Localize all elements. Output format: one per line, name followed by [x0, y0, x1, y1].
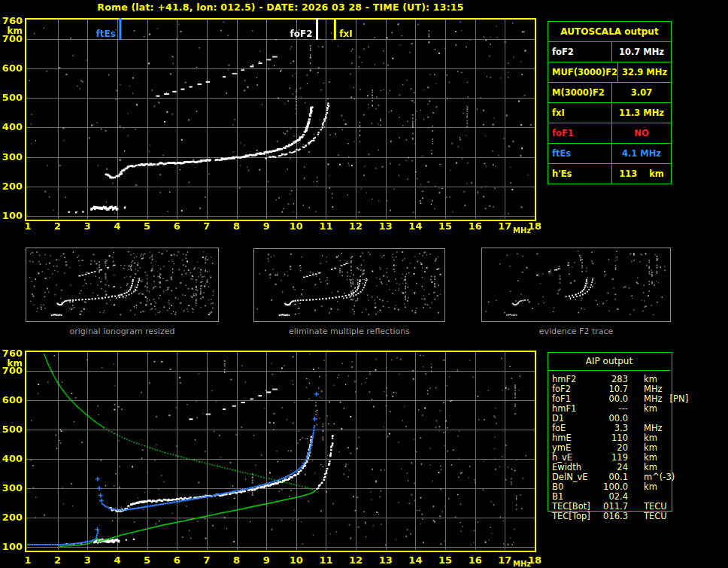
x-axis-tick-1: 1	[19, 221, 37, 232]
y-axis-tick-760: 760	[0, 16, 23, 26]
y-axis-tick-300: 300	[0, 152, 23, 163]
x-axis-tick-7: 7	[198, 221, 216, 232]
aip-header-divider	[548, 370, 670, 371]
thumbnail-caption-eliminate: eliminate multiple reflections	[253, 327, 445, 336]
marker-label-fxi: fxI	[339, 29, 352, 39]
x-axis-tick-16: 16	[466, 221, 484, 232]
x-axis-tick-3: 3	[78, 555, 96, 566]
autoscala-output-table: AUTOSCALA output foF210.7 MHzMUF(3000)F2…	[548, 21, 672, 184]
autoscala-row-value: 11.3 MHz	[612, 103, 671, 123]
autoscala-row-label: MUF(3000)F2	[548, 62, 618, 82]
x-axis-tick-13: 13	[377, 555, 395, 566]
autoscala-row-fxi: fxI11.3 MHz	[548, 103, 671, 123]
x-axis-tick-14: 14	[406, 555, 424, 566]
autoscala-row-label: M(3000)F2	[548, 83, 612, 102]
x-axis-tick-12: 12	[347, 555, 365, 566]
autoscala-row-value: 32.9 MHz	[618, 62, 671, 82]
x-axis-tick-10: 10	[287, 555, 305, 566]
x-axis-tick-4: 4	[108, 555, 126, 566]
autoscala-row-value: 3.07	[612, 83, 671, 102]
x-axis-tick-2: 2	[49, 221, 67, 232]
y-axis-tick-500: 500	[0, 93, 23, 103]
x-axis-tick-5: 5	[138, 555, 156, 566]
x-axis-unit-mhz: MHz	[513, 226, 531, 235]
x-axis-tick-2: 2	[49, 555, 67, 566]
marker-label-ftes: ftEs	[90, 29, 116, 39]
x-axis-tick-11: 11	[317, 221, 335, 232]
y-axis-tick-500: 500	[0, 424, 23, 435]
autoscala-row-value: 4.1 MHz	[612, 144, 671, 163]
autoscala-row-value: NO	[612, 123, 671, 143]
x-axis-tick-8: 8	[228, 221, 246, 232]
y-axis-tick-400: 400	[0, 454, 23, 464]
top-ionogram-canvas	[25, 18, 536, 221]
x-axis-tick-7: 7	[198, 555, 216, 566]
autoscala-screen: Rome (lat: +41.8, lon: 012.5) - DATE: 20…	[0, 0, 728, 568]
y-axis-unit-km: km	[0, 358, 23, 369]
x-axis-tick-3: 3	[78, 221, 96, 232]
autoscala-row-label: h'Es	[548, 164, 612, 184]
x-axis-tick-8: 8	[228, 555, 246, 566]
autoscala-row-ftes: ftEs4.1 MHz	[548, 144, 671, 164]
autoscala-row-fof1: foF1NO	[548, 123, 671, 144]
autoscala-row-value: 10.7 MHz	[612, 42, 671, 62]
aip-table-title: AIP output	[548, 356, 671, 366]
x-axis-tick-4: 4	[108, 221, 126, 232]
autoscala-table-title: AUTOSCALA output	[548, 22, 671, 42]
x-axis-tick-16: 16	[466, 555, 484, 566]
autoscala-row-label: foF2	[548, 42, 612, 62]
aip-row-extra: [PN]	[670, 394, 689, 404]
aip-row-tectop: TEC[Top]016.3TECU	[552, 512, 680, 521]
autoscala-row-m3000f2: M(3000)F23.07	[548, 83, 671, 103]
x-axis-tick-17: 17	[496, 555, 514, 566]
autoscala-row-label: foF1	[548, 123, 612, 143]
y-axis-tick-300: 300	[0, 483, 23, 494]
x-axis-tick-6: 6	[168, 221, 186, 232]
autoscala-row-hes: h'Es113 km	[548, 164, 671, 184]
x-axis-tick-17: 17	[496, 221, 514, 232]
y-axis-tick-100: 100	[0, 211, 23, 221]
autoscala-row-fof2: foF210.7 MHz	[548, 42, 671, 62]
x-axis-tick-15: 15	[436, 555, 454, 566]
x-axis-tick-10: 10	[287, 221, 305, 232]
autoscala-row-label: fxI	[548, 103, 612, 123]
x-axis-tick-1: 1	[19, 555, 37, 566]
aip-row-value: 016.3	[595, 512, 628, 521]
autoscala-row-label: ftEs	[548, 144, 612, 163]
y-axis-tick-400: 400	[0, 122, 23, 132]
x-axis-unit-mhz: MHz	[513, 560, 531, 568]
autoscala-row-value: 113 km	[612, 164, 671, 184]
marker-label-fof2: foF2	[287, 29, 313, 39]
y-axis-tick-200: 200	[0, 181, 23, 192]
aip-table-rows: hmF2283kmfoF210.7MHzfoF100.0MHz[PN]hmF1-…	[552, 375, 680, 521]
aip-row-unit: km	[644, 482, 657, 492]
thumbnail-original-ionogram-canvas	[26, 248, 219, 322]
x-axis-tick-12: 12	[347, 221, 365, 232]
y-axis-unit-km: km	[0, 26, 23, 36]
thumbnail-caption-evidence: evidence F2 trace	[481, 327, 671, 336]
aip-row-label: TEC[Top]	[552, 512, 595, 521]
y-axis-tick-200: 200	[0, 512, 23, 523]
aip-row-unit: TECU	[644, 512, 667, 521]
y-axis-tick-100: 100	[0, 542, 23, 552]
thumbnail-evidence-f2-canvas	[481, 248, 671, 322]
bottom-ionogram-canvas	[25, 351, 536, 552]
y-axis-tick-760: 760	[0, 348, 23, 359]
y-axis-tick-600: 600	[0, 395, 23, 405]
x-axis-tick-15: 15	[436, 221, 454, 232]
station-title: Rome (lat: +41.8, lon: 012.5) - DATE: 20…	[25, 2, 536, 13]
x-axis-tick-11: 11	[317, 555, 335, 566]
aip-row-hme: hmE110km	[552, 433, 680, 443]
x-axis-tick-6: 6	[168, 555, 186, 566]
aip-row-unit: km	[644, 404, 657, 414]
x-axis-tick-13: 13	[377, 221, 395, 232]
thumbnail-eliminate-reflections-canvas	[253, 248, 445, 322]
y-axis-tick-600: 600	[0, 63, 23, 74]
x-axis-tick-9: 9	[257, 221, 275, 232]
x-axis-tick-14: 14	[406, 221, 424, 232]
thumbnail-caption-original: original ionogram resized	[26, 327, 219, 336]
x-axis-tick-5: 5	[138, 221, 156, 232]
autoscala-row-muf3000f2: MUF(3000)F232.9 MHz	[548, 62, 671, 83]
x-axis-tick-9: 9	[257, 555, 275, 566]
